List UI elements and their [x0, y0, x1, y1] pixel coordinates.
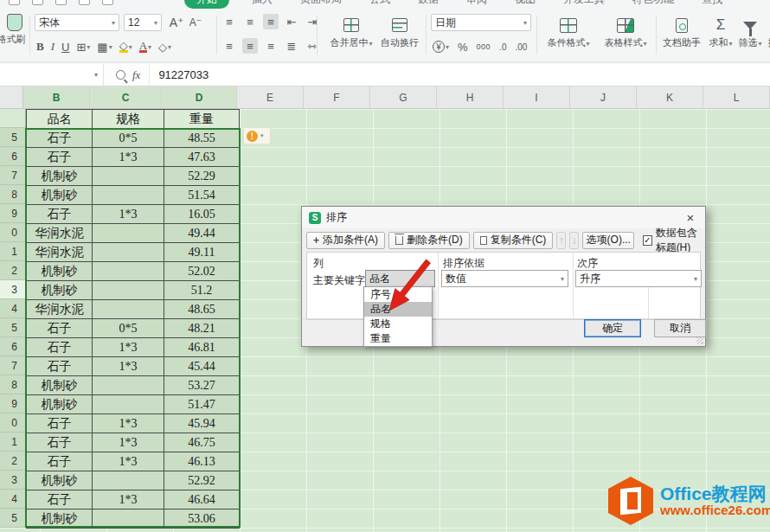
cell-spec[interactable] [93, 376, 164, 395]
zoom-formula-icon[interactable] [116, 70, 125, 80]
menu-tab[interactable]: 查找 [696, 0, 728, 9]
distribute-icon[interactable]: ⇿ [305, 38, 320, 54]
row-header[interactable] [0, 109, 26, 128]
cell-weight[interactable]: 48.55 [164, 129, 240, 148]
cell-weight[interactable]: 52.29 [164, 167, 240, 186]
error-checking-tag[interactable]: ! ▾ [243, 127, 271, 144]
cell-weight[interactable]: 51.2 [164, 281, 240, 300]
cell-weight[interactable]: 51.47 [164, 395, 240, 414]
cell-spec[interactable]: 1*3 [93, 452, 164, 471]
name-box[interactable]: ▾ [0, 64, 104, 86]
cell-weight[interactable]: 46.13 [164, 452, 240, 471]
menu-tab[interactable]: 审阅 [461, 0, 492, 9]
column-header[interactable]: D [162, 87, 237, 108]
cell-weight[interactable]: 51.54 [164, 186, 240, 205]
undo-icon[interactable] [79, 0, 90, 5]
cell-spec[interactable] [93, 300, 164, 319]
cell-spec[interactable] [93, 510, 164, 529]
print-icon[interactable] [32, 0, 43, 5]
cell-weight[interactable]: 49.11 [164, 243, 240, 262]
order-select[interactable]: 升序 ▾ [575, 270, 702, 287]
cell-product[interactable]: 机制砂 [26, 510, 93, 529]
cell-weight[interactable]: 46.64 [164, 490, 240, 510]
merge-center-button[interactable]: 合并居中▾ [327, 14, 375, 49]
table-style-button[interactable]: 表格样式▾ [599, 14, 652, 49]
column-header[interactable]: L [703, 87, 770, 108]
cell-product[interactable]: 机制砂 [26, 281, 93, 300]
cell-product[interactable]: 石子 [26, 148, 93, 167]
cell-weight[interactable]: 52.02 [164, 262, 240, 281]
align-top-icon[interactable]: ≡ [221, 14, 237, 29]
copy-condition-button[interactable]: 复制条件(C) [473, 232, 554, 249]
column-header[interactable]: I [504, 87, 570, 108]
row-header[interactable]: 1 [0, 242, 26, 261]
save-icon[interactable] [9, 0, 20, 5]
number-format-select[interactable]: 日期▾ [431, 14, 531, 31]
cell-product[interactable]: 石子 [26, 129, 93, 148]
cell-spec[interactable]: 1*3 [93, 490, 164, 510]
row-header[interactable]: 4 [0, 490, 26, 509]
cell-product[interactable]: 石子 [26, 452, 93, 471]
increase-indent-icon[interactable]: ⇥ [305, 14, 320, 29]
cell-product[interactable]: 石子 [26, 433, 93, 452]
increase-decimal-button[interactable]: .0 [499, 42, 506, 52]
row-header[interactable]: 9 [0, 394, 26, 413]
decrease-decimal-button[interactable]: .00 [515, 42, 527, 52]
row-header[interactable]: 3 [0, 280, 26, 299]
menu-tab[interactable]: 开发工具 [558, 0, 610, 9]
cell-product[interactable]: 石子 [26, 414, 93, 433]
fill-color-button[interactable]: ◇▾ [119, 41, 132, 53]
row-header[interactable]: 4 [0, 299, 26, 318]
formula-input[interactable]: 91227033 [149, 64, 770, 86]
menu-tab[interactable]: 特色功能 [627, 0, 679, 9]
row-header[interactable]: 8 [0, 375, 26, 394]
cell-product[interactable]: 机制砂 [26, 376, 93, 395]
cell-product[interactable]: 机制砂 [26, 471, 93, 490]
cell-shading-button[interactable]: ▦▾ [97, 41, 112, 54]
font-name-select[interactable]: 宋体▾ [35, 14, 119, 31]
header-cell-spec[interactable]: 规格 [93, 110, 164, 129]
row-header[interactable]: 1 [0, 433, 26, 452]
shrink-font-button[interactable]: A⁻ [187, 15, 204, 30]
cell-spec[interactable]: 1*3 [93, 414, 164, 433]
header-cell-product[interactable]: 品名 [26, 110, 93, 129]
cell-weight[interactable]: 47.63 [164, 148, 240, 167]
cell-weight[interactable]: 46.75 [164, 433, 240, 452]
justify-icon[interactable]: ≣ [284, 38, 299, 54]
align-bottom-icon[interactable]: ≡ [263, 14, 279, 29]
dropdown-option[interactable]: 规格 [364, 317, 432, 331]
cell-product[interactable]: 石子 [26, 357, 93, 376]
dropdown-option[interactable]: 重量 [364, 331, 432, 346]
column-header[interactable]: C [90, 87, 162, 108]
align-left-icon[interactable]: ≡ [221, 38, 237, 54]
bold-button[interactable]: B [36, 40, 44, 54]
menu-tab[interactable]: 公式 [364, 0, 395, 9]
has-header-checkbox[interactable]: ✓ 数据包含标题(H) [643, 226, 701, 255]
cell-product[interactable]: 华润水泥 [26, 243, 93, 262]
cell-spec[interactable]: 1*3 [93, 205, 164, 224]
conditional-format-button[interactable]: 条件格式▾ [542, 14, 595, 49]
cancel-button[interactable]: 取消 [654, 319, 706, 337]
wrap-text-button[interactable]: 自动换行 [377, 14, 422, 49]
font-color-button[interactable]: A▾ [139, 41, 151, 53]
row-header[interactable]: 2 [0, 261, 26, 280]
ok-button[interactable]: 确定 [584, 319, 641, 337]
align-middle-icon[interactable]: ≡ [242, 14, 258, 29]
menu-tab[interactable]: 数据 [413, 0, 444, 9]
cell-product[interactable]: 石子 [26, 338, 93, 357]
header-cell-weight[interactable]: 重量 [164, 110, 240, 129]
cell-weight[interactable]: 16.05 [164, 205, 240, 224]
row-header[interactable]: 0 [0, 223, 26, 242]
menu-tab[interactable]: 开始 [184, 0, 229, 9]
fx-icon[interactable]: fx [132, 68, 140, 82]
cell-weight[interactable]: 48.65 [164, 300, 240, 319]
select-all-corner[interactable] [0, 87, 23, 108]
cell-product[interactable]: 机制砂 [26, 262, 93, 281]
row-header[interactable]: 5 [0, 128, 26, 147]
cell-product[interactable]: 机制砂 [26, 167, 93, 186]
cell-product[interactable]: 石子 [26, 319, 93, 338]
row-header[interactable]: 0 [0, 413, 26, 433]
cell-spec[interactable] [93, 186, 164, 205]
cell-product[interactable]: 石子 [26, 205, 93, 224]
menu-tab[interactable]: 页面布局 [295, 0, 347, 9]
